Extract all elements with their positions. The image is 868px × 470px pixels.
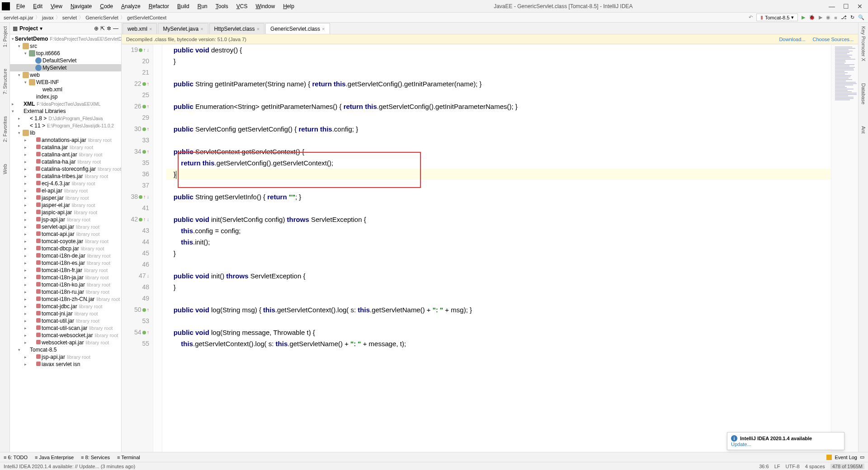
status-item[interactable]: LF [774, 464, 780, 469]
target-icon[interactable]: ⊕ [94, 25, 99, 32]
breadcrumb-item[interactable]: javax [42, 15, 54, 20]
tree-item[interactable]: index.jsp [10, 93, 121, 100]
back-icon[interactable]: ↶ [749, 14, 753, 20]
code-line[interactable]: this.getServletContext().log( s: this.ge… [166, 338, 831, 349]
tree-item[interactable]: ▸jasper-el.jarlibrary root [10, 202, 121, 209]
breadcrumb-item[interactable]: servlet [62, 15, 77, 20]
tree-item[interactable]: ▸servlet-api.jarlibrary root [10, 223, 121, 230]
tool-tab-database[interactable]: Database [860, 81, 867, 106]
tree-item[interactable]: ▾web [10, 71, 121, 79]
menu-navigate[interactable]: Navigate [67, 2, 95, 10]
tree-item[interactable]: ▸tomcat-i18n-fr.jarlibrary root [10, 267, 121, 274]
tree-item[interactable]: ▸jasper.jarlibrary root [10, 194, 121, 202]
settings-icon[interactable]: ✲ [107, 25, 111, 32]
menu-vcs[interactable]: VCS [233, 2, 251, 10]
tree-item[interactable]: ▸tomcat-util-scan.jarlibrary root [10, 324, 121, 332]
tree-item[interactable]: ▸catalina-storeconfig.jarlibrary root [10, 165, 121, 173]
breadcrumb-item[interactable]: getServletContext [127, 15, 166, 20]
bottom-tab[interactable]: ≡ Java Enterprise [35, 455, 74, 460]
tree-item[interactable]: web.xml [10, 86, 121, 93]
status-item[interactable]: 36:6 [759, 464, 769, 469]
code-line[interactable]: } [166, 56, 831, 67]
code-line[interactable]: public String getInitParameter(String na… [166, 78, 831, 89]
run-config-selector[interactable]: ▮ Tomcat-8.5 ▾ [756, 14, 798, 21]
code-line[interactable] [166, 259, 831, 270]
tool-tab-ant[interactable]: Ant [860, 124, 867, 136]
tree-item[interactable]: DefaultServlet [10, 57, 121, 64]
code-line[interactable]: public void destroy() { [166, 44, 831, 56]
tree-item[interactable]: MyServlet [10, 64, 121, 71]
tree-item[interactable]: ▸el-api.jarlibrary root [10, 187, 121, 194]
status-item[interactable]: UTF-8 [786, 464, 800, 469]
tool-tab-keypromoterx[interactable]: Key Promoter X [860, 24, 867, 63]
editor-tab[interactable]: web.xml× [123, 23, 157, 34]
tree-item[interactable]: ▸tomcat-jni.jarlibrary root [10, 310, 121, 317]
tree-item[interactable]: ▸iavax servlet isn [10, 361, 121, 368]
code-line[interactable]: public String getServletInfo() { return … [166, 191, 831, 202]
tree-item[interactable]: ▸tomcat-i18n-ko.jarlibrary root [10, 281, 121, 288]
git-icon[interactable]: ⎇ [841, 14, 847, 20]
tree-item[interactable]: ▸tomcat-dbcp.jarlibrary root [10, 245, 121, 252]
code-line[interactable]: } [166, 169, 831, 180]
profile-icon[interactable]: ◉ [826, 14, 830, 20]
chevron-down-icon[interactable]: ▾ [40, 25, 42, 32]
search-icon[interactable]: 🔍 [858, 14, 864, 20]
code-line[interactable] [166, 180, 831, 191]
maximize-icon[interactable]: ☐ [843, 3, 849, 10]
update-icon[interactable]: ↻ [850, 14, 854, 20]
close-tab-icon[interactable]: × [149, 26, 152, 32]
tool-tab-project[interactable]: 1: Project [1, 24, 9, 49]
menu-code[interactable]: Code [96, 2, 117, 10]
code-line[interactable]: } [166, 248, 831, 259]
run-icon[interactable]: ▶ [802, 14, 805, 20]
tree-item[interactable]: ▸tomcat-coyote.jarlibrary root [10, 238, 121, 245]
tree-item[interactable]: ▾src [10, 42, 121, 50]
tree-item[interactable]: ▾lib [10, 129, 121, 136]
menu-analyze[interactable]: Analyze [118, 2, 144, 10]
close-tab-icon[interactable]: × [322, 26, 325, 32]
menu-view[interactable]: View [47, 2, 66, 10]
breadcrumb-item[interactable]: GenericServlet [85, 15, 118, 20]
tree-item[interactable]: ▸catalina-ha.jarlibrary root [10, 158, 121, 165]
code-minimap[interactable] [831, 44, 858, 452]
code-line[interactable]: public ServletConfig getServletConfig() … [166, 123, 831, 135]
tree-item[interactable]: ▸jsp-api.jarlibrary root [10, 353, 121, 361]
tree-item[interactable]: ▸catalina-tribes.jarlibrary root [10, 173, 121, 180]
menu-window[interactable]: Window [252, 2, 278, 10]
bottom-tab[interactable]: ≡ Terminal [117, 455, 140, 460]
collapse-icon[interactable]: ⇱ [100, 25, 105, 32]
code-line[interactable]: return this.getServletConfig().getServle… [166, 157, 831, 169]
event-log-tab[interactable]: Event Log [835, 455, 857, 460]
menu-build[interactable]: Build [174, 2, 193, 10]
tree-item[interactable]: ▸tomcat-websocket.jarlibrary root [10, 332, 121, 339]
code-editor[interactable]: public void destroy() { } public String … [162, 44, 831, 452]
tree-item[interactable]: ▸tomcat-i18n-es.jarlibrary root [10, 259, 121, 267]
editor-tab[interactable]: GenericServlet.class× [265, 23, 330, 34]
bottom-tab[interactable]: ≡ 6: TODO [4, 455, 28, 460]
tree-item[interactable]: ▸tomcat-jdbc.jarlibrary root [10, 303, 121, 310]
download-sources-link[interactable]: Download... [779, 37, 805, 42]
status-item[interactable]: 4 spaces [805, 464, 825, 469]
tree-item[interactable]: ▾Tomcat-8.5 [10, 346, 121, 353]
code-line[interactable] [166, 315, 831, 327]
tree-item[interactable]: ▸websocket-api.jarlibrary root [10, 339, 121, 346]
close-tab-icon[interactable]: × [200, 26, 203, 32]
tree-item[interactable]: ▾top.it6666 [10, 50, 121, 57]
code-line[interactable]: } [166, 282, 831, 293]
tree-item[interactable]: ▸tomcat-i18n-ja.jarlibrary root [10, 274, 121, 281]
code-line[interactable]: public void init(ServletConfig config) t… [166, 214, 831, 225]
tree-item[interactable]: ▸tomcat-util.jarlibrary root [10, 317, 121, 324]
code-line[interactable]: public void log(String msg) { this.getSe… [166, 304, 831, 315]
menu-file[interactable]: File [13, 2, 28, 10]
code-line[interactable] [166, 89, 831, 101]
tree-item[interactable]: ▸tomcat-i18n-ru.jarlibrary root [10, 288, 121, 296]
code-line[interactable]: public Enumeration<String> getInitParame… [166, 101, 831, 112]
code-line[interactable] [166, 67, 831, 78]
code-line[interactable] [166, 293, 831, 304]
debug-icon[interactable]: 🐞 [809, 14, 815, 20]
code-line[interactable]: public void log(String message, Throwabl… [166, 327, 831, 338]
tree-item[interactable]: ▾External Libraries [10, 108, 121, 115]
tree-item[interactable]: ▾ServletDemoF:\IdeaProjectTwo\JavaEE\Ser… [10, 35, 121, 42]
status-item[interactable]: 478 of 1965M [830, 464, 864, 469]
tree-item[interactable]: ▸catalina-ant.jarlibrary root [10, 151, 121, 158]
